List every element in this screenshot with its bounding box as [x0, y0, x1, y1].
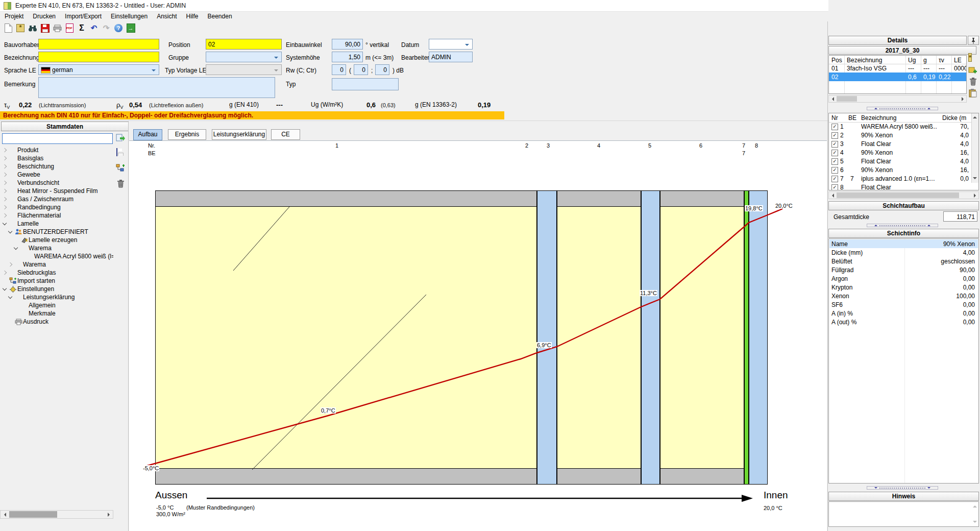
position-row-02-selected[interactable]: 02 0,6 0,19 0,22 — [829, 73, 967, 81]
export-entry-button[interactable] — [116, 134, 125, 144]
layer-checkbox[interactable]: ✓ — [831, 150, 838, 156]
hinweis-box[interactable] — [828, 501, 979, 527]
tree-item-basisglas[interactable]: Basisglas — [1, 154, 113, 162]
rw-ctr-input[interactable]: 0 — [375, 64, 389, 75]
panel-divider[interactable] — [827, 21, 828, 531]
layer-row[interactable]: ✓ 2 90% Xenon 4,0 — [829, 131, 972, 139]
menu-beenden[interactable]: Beenden — [203, 13, 237, 20]
tree-item-warema-user[interactable]: Warema — [1, 244, 113, 252]
position-input[interactable]: 02 — [206, 39, 282, 50]
col-g[interactable]: g — [923, 57, 927, 64]
tree-item-lamelle-erzeugen[interactable]: Lamelle erzeugen — [1, 236, 113, 244]
rw-c-input[interactable]: 0 — [354, 64, 368, 75]
sprache-le-select[interactable]: german — [38, 64, 159, 75]
layer-row[interactable]: ✓ 3 Float Clear 4,0 — [829, 139, 972, 148]
pin-button[interactable] — [968, 36, 979, 45]
info-row-name[interactable]: Name90% Xenon — [829, 239, 978, 248]
layer-checkbox[interactable]: ✓ — [831, 132, 838, 139]
rw-input[interactable]: 0 — [332, 64, 346, 75]
exit-button[interactable]: → — [125, 22, 137, 34]
col-dicke[interactable]: Dicke (m — [942, 114, 966, 122]
save-entry-button[interactable] — [116, 149, 117, 156]
save-button[interactable] — [39, 22, 51, 34]
help-button[interactable]: ? — [112, 22, 125, 34]
positions-scroll-thumb[interactable] — [837, 96, 857, 102]
bauvorhaben-input[interactable] — [38, 39, 159, 50]
redo-button[interactable]: ↷ — [100, 22, 112, 34]
info-row-xenon[interactable]: Xenon100,00 — [829, 292, 978, 300]
tree-h-scroll-thumb[interactable] — [9, 511, 57, 518]
systemhoehe-input[interactable]: 1,50 — [332, 52, 363, 62]
tree-item-verbundschicht[interactable]: Verbundschicht — [1, 179, 113, 187]
col-bezeichnung[interactable]: Bezeichnung — [847, 57, 882, 64]
tree-item-warema-catalog[interactable]: Warema — [1, 260, 113, 269]
info-row-belueftet[interactable]: Belüftetgeschlossen — [829, 257, 978, 266]
menu-hilfe[interactable]: Hilfe — [182, 13, 203, 20]
scroll-right-button[interactable] — [105, 511, 113, 518]
tree-item-benutzerdefiniert[interactable]: BENUTZERDEFINIERT — [1, 228, 113, 236]
position-row-01[interactable]: 01 3fach-Iso VSG --- --- --- 000000 — [829, 64, 967, 73]
bezeichnung-input[interactable] — [38, 52, 159, 62]
tree-item-merkmale[interactable]: Merkmale — [1, 309, 113, 318]
layer-row[interactable]: ✓ 1 WAREMA Acryl 5800 weiß… 70, — [829, 122, 972, 131]
tree-item-beschichtung[interactable]: Beschichtung — [1, 162, 113, 171]
scroll-down-button[interactable] — [971, 519, 978, 525]
einbauwinkel-input[interactable]: 90,00 — [332, 39, 363, 50]
tree-item-ausdruck[interactable]: Ausdruck — [1, 318, 113, 326]
layer-row[interactable]: ✓ 5 Float Clear 4,0 — [829, 157, 972, 165]
info-row-a-out[interactable]: A (out) %0,00 — [829, 318, 978, 326]
tree-item-import-starten[interactable]: Import starten — [1, 277, 113, 285]
menu-import-export[interactable]: Import/Export — [60, 13, 106, 20]
col-nr[interactable]: Nr — [831, 114, 838, 122]
datum-select[interactable] — [429, 39, 473, 50]
import-button[interactable]: * — [14, 22, 27, 34]
layers-scroll-thumb[interactable] — [837, 192, 959, 198]
undo-button[interactable]: ↶ — [88, 22, 100, 34]
info-row-sf6[interactable]: SF60,00 — [829, 300, 978, 309]
scroll-left-button[interactable] — [829, 192, 836, 199]
tree-item-produkt[interactable]: Produkt — [1, 146, 113, 154]
menu-einstellungen[interactable]: Einstellungen — [106, 13, 152, 20]
info-row-argon[interactable]: Argon0,00 — [829, 274, 978, 283]
pdf-export-button[interactable]: PDF — [63, 22, 76, 34]
scroll-down-button[interactable] — [972, 175, 978, 182]
print-button[interactable] — [51, 22, 63, 34]
add-node-button[interactable] — [116, 164, 125, 174]
search-input[interactable] — [2, 133, 113, 144]
col-le[interactable]: LE — [954, 57, 962, 64]
tree-item-flaechenmaterial[interactable]: Flächenmaterial — [1, 211, 113, 220]
tab-ce[interactable]: CE — [271, 129, 300, 140]
delete-position-button[interactable] — [969, 77, 977, 87]
tree-item-warema-acryl[interactable]: WAREMA Acryl 5800 weiß (l=10 — [1, 252, 113, 260]
panel-divider[interactable] — [128, 121, 129, 531]
new-document-button[interactable] — [2, 22, 14, 34]
tab-aufbau[interactable]: Aufbau — [133, 129, 162, 140]
menu-drucken[interactable]: Drucken — [28, 13, 60, 20]
info-row-a-in[interactable]: A (in) %0,00 — [829, 309, 978, 318]
scroll-right-button[interactable] — [959, 95, 966, 102]
col-pos[interactable]: Pos — [831, 57, 842, 64]
menu-ansicht[interactable]: Ansicht — [152, 13, 181, 20]
bearbeiter-input[interactable]: ADMIN — [429, 52, 473, 62]
delete-node-button[interactable] — [117, 179, 125, 189]
layer-checkbox[interactable]: ✓ — [831, 124, 838, 130]
info-row-fuellgrad[interactable]: Füllgrad90,00 — [829, 266, 978, 274]
splitter-handle[interactable] — [867, 107, 938, 110]
scroll-right-button[interactable] — [971, 192, 978, 199]
bemerkung-textarea[interactable] — [38, 77, 275, 98]
tree-item-gewebe[interactable]: Gewebe — [1, 171, 113, 179]
paste-position-button[interactable] — [969, 89, 977, 99]
col-tv[interactable]: τv — [939, 57, 944, 64]
typ-input[interactable] — [332, 78, 399, 90]
tree-item-gas-zwischenraum[interactable]: Gas / Zwischenraum — [1, 195, 113, 203]
tree-item-lamelle[interactable]: Lamelle — [1, 220, 113, 228]
info-row-dicke[interactable]: Dicke (mm)4,00 — [829, 248, 978, 257]
tab-leistungserklaerung[interactable]: Leistungserklärung — [212, 129, 266, 140]
tree-item-randbedingung[interactable]: Randbedingung — [1, 203, 113, 211]
menu-projekt[interactable]: Projekt — [0, 13, 28, 20]
tree-item-heat-mirror[interactable]: Heat Mirror - Suspended Film — [1, 187, 113, 195]
tree-item-siebdruckglas[interactable]: Siebdruckglas — [1, 269, 113, 277]
calculate-button[interactable]: Σ — [76, 22, 88, 34]
layer-row[interactable]: ✓ 4 90% Xenon 16, — [829, 148, 972, 157]
layer-row-partial[interactable]: ✓ 8 Float Clear — [829, 183, 972, 190]
